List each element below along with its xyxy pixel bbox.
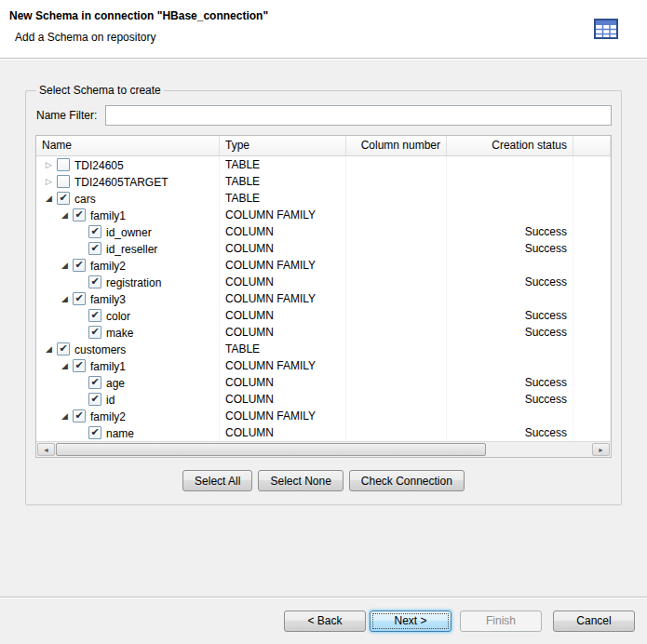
table-row[interactable]: ✔id_resellerCOLUMNSuccess [36, 240, 611, 257]
scroll-left-icon[interactable]: ◄ [37, 443, 55, 456]
collapse-icon[interactable]: ◢ [58, 408, 72, 424]
table-row[interactable]: ✔idCOLUMNSuccess [36, 391, 611, 408]
row-label: registration [106, 276, 161, 289]
collapse-icon[interactable]: ◢ [58, 357, 72, 374]
collapse-icon[interactable]: ◢ [42, 190, 56, 207]
row-name-cell: ◢✔family1 [36, 357, 220, 374]
row-name-cell: ◢✔family2 [36, 257, 220, 274]
table-row[interactable]: ✔colorCOLUMNSuccess [36, 307, 611, 324]
schema-tree-table: Name Type Column number Creation status … [35, 135, 612, 458]
expand-icon[interactable]: ▷ [42, 173, 56, 190]
row-checkbox[interactable]: ✔ [57, 342, 70, 356]
row-name-cell: ✔registration [36, 274, 220, 290]
row-checkbox[interactable]: ✔ [88, 393, 101, 406]
row-checkbox[interactable] [57, 175, 70, 188]
row-label: family1 [90, 209, 126, 222]
page-subtitle: Add a Schema on repository [0, 22, 647, 44]
wizard-header: New Schema in connection "HBase_connecti… [0, 0, 647, 59]
row-column-number [346, 374, 447, 391]
row-column-number [346, 207, 447, 223]
collapse-icon[interactable]: ◢ [58, 257, 72, 274]
table-row[interactable]: ▷TDI24605TARGETTABLE [36, 173, 611, 190]
row-status: Success [447, 223, 573, 240]
wizard-body: Select Schema to create Name Filter: Nam… [0, 59, 647, 505]
row-name-cell: ✔id_reseller [36, 240, 220, 257]
cancel-button[interactable]: Cancel [553, 610, 635, 632]
row-type: COLUMN FAMILY [220, 257, 346, 274]
row-filler [573, 207, 611, 223]
row-name-cell: ▷TDI24605TARGET [36, 173, 220, 190]
row-name-cell: ◢✔customers [36, 341, 220, 357]
table-row[interactable]: ◢✔family2COLUMN FAMILY [36, 257, 611, 274]
select-all-button[interactable]: Select All [182, 470, 252, 491]
scrollbar-track[interactable] [56, 443, 591, 456]
row-status [447, 173, 573, 190]
row-column-number [346, 274, 447, 290]
horizontal-scrollbar[interactable]: ◄ ► [36, 441, 611, 457]
table-row[interactable]: ▷TDI24605TABLE [36, 156, 611, 173]
row-label: TDI24605 [74, 159, 124, 172]
scrollbar-thumb[interactable] [56, 443, 486, 456]
row-checkbox[interactable] [57, 158, 70, 171]
schema-group-label: Select Schema to create [36, 84, 164, 97]
table-row[interactable]: ✔nameCOLUMNSuccess [36, 424, 611, 441]
row-filler [573, 240, 611, 257]
row-name-cell: ◢✔family2 [36, 408, 220, 424]
table-row[interactable]: ◢✔carsTABLE [36, 190, 611, 207]
column-header-filler [573, 136, 611, 155]
row-name-cell: ◢✔family1 [36, 207, 220, 223]
column-header-type[interactable]: Type [220, 136, 346, 155]
row-name-cell: ✔color [36, 307, 220, 324]
row-name-cell: ✔make [36, 324, 220, 341]
name-filter-input[interactable] [105, 105, 612, 126]
select-none-button[interactable]: Select None [258, 470, 343, 491]
row-checkbox[interactable]: ✔ [88, 242, 101, 255]
column-header-name[interactable]: Name [36, 136, 220, 155]
table-row[interactable]: ✔makeCOLUMNSuccess [36, 324, 611, 341]
table-row[interactable]: ◢✔family1COLUMN FAMILY [36, 207, 611, 223]
row-checkbox[interactable]: ✔ [88, 275, 101, 288]
row-checkbox[interactable]: ✔ [88, 225, 101, 238]
collapse-icon[interactable]: ◢ [58, 207, 72, 223]
row-filler [573, 223, 611, 240]
wizard-footer: < Back Next > Finish Cancel [0, 597, 647, 644]
back-button[interactable]: < Back [284, 610, 366, 632]
row-status: Success [447, 374, 573, 391]
row-checkbox[interactable]: ✔ [73, 409, 86, 423]
row-type: TABLE [220, 190, 346, 207]
row-checkbox[interactable]: ✔ [88, 426, 101, 439]
table-row[interactable]: ◢✔customersTABLE [36, 341, 611, 357]
table-row[interactable]: ◢✔family1COLUMN FAMILY [36, 357, 611, 374]
row-checkbox[interactable]: ✔ [88, 376, 101, 389]
row-checkbox[interactable]: ✔ [57, 192, 70, 205]
table-row[interactable]: ◢✔family2COLUMN FAMILY [36, 408, 611, 424]
collapse-icon[interactable]: ◢ [42, 341, 56, 357]
row-checkbox[interactable]: ✔ [73, 208, 86, 221]
row-column-number [346, 307, 447, 324]
row-column-number [346, 173, 447, 190]
row-checkbox[interactable]: ✔ [73, 259, 86, 272]
check-connection-button[interactable]: Check Connection [349, 470, 465, 491]
next-button[interactable]: Next > [370, 610, 452, 632]
row-column-number [346, 240, 447, 257]
row-label: name [106, 427, 134, 440]
row-filler [573, 424, 611, 441]
row-column-number [346, 357, 447, 374]
row-checkbox[interactable]: ✔ [73, 359, 86, 372]
scroll-right-icon[interactable]: ► [592, 443, 610, 456]
table-row[interactable]: ✔registrationCOLUMNSuccess [36, 274, 611, 290]
expand-icon[interactable]: ▷ [42, 156, 56, 173]
collapse-icon[interactable]: ◢ [58, 290, 72, 307]
row-checkbox[interactable]: ✔ [88, 326, 101, 339]
row-type: COLUMN [220, 274, 346, 290]
row-checkbox[interactable]: ✔ [88, 309, 101, 322]
row-type: COLUMN [220, 374, 346, 391]
table-row[interactable]: ✔ageCOLUMNSuccess [36, 374, 611, 391]
table-row[interactable]: ✔id_ownerCOLUMNSuccess [36, 223, 611, 240]
column-header-column-number[interactable]: Column number [346, 136, 447, 155]
column-header-creation-status[interactable]: Creation status [447, 136, 573, 155]
row-checkbox[interactable]: ✔ [73, 292, 86, 305]
table-row[interactable]: ◢✔family3COLUMN FAMILY [36, 290, 611, 307]
row-type: COLUMN [220, 240, 346, 257]
row-filler [573, 307, 611, 324]
